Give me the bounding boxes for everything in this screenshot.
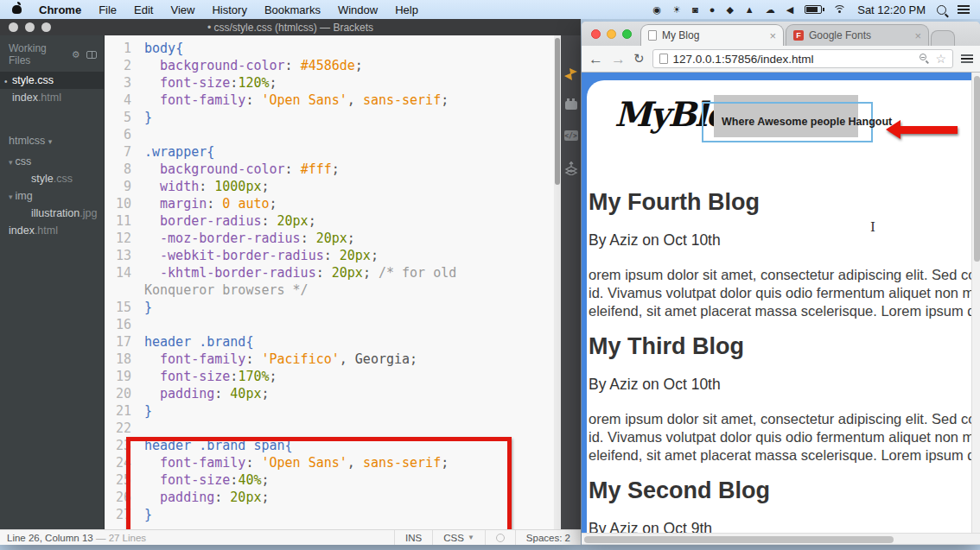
working-file-style.css[interactable]: •style.css bbox=[0, 72, 104, 89]
code-line[interactable]: 10 margin: 0 auto; bbox=[105, 195, 554, 212]
bell-icon[interactable]: ● bbox=[710, 4, 716, 16]
back-button[interactable]: ← bbox=[589, 52, 603, 66]
code-text: -webkit-border-radius: 20px; bbox=[144, 247, 379, 264]
spaces-indicator[interactable]: Spaces: 2 bbox=[515, 530, 581, 545]
tab-my-blog[interactable]: My Blog × bbox=[640, 24, 784, 46]
zoom-out-icon[interactable] bbox=[920, 54, 930, 64]
code-line[interactable]: 16 bbox=[105, 316, 554, 333]
working-file-index.html[interactable]: index.html bbox=[0, 89, 104, 106]
code-line[interactable]: 9 width: 1000px; bbox=[105, 178, 554, 195]
forward-button[interactable]: → bbox=[611, 52, 626, 66]
vertical-scrollbar[interactable] bbox=[971, 73, 980, 533]
line-number: 20 bbox=[105, 385, 144, 402]
menubar-item-chrome[interactable]: Chrome bbox=[30, 2, 90, 18]
line-number: 21 bbox=[105, 402, 144, 420]
code-line[interactable]: 21} bbox=[105, 402, 554, 420]
split-view-icon[interactable] bbox=[86, 51, 97, 59]
wifi-icon[interactable] bbox=[833, 5, 846, 15]
code-line[interactable]: 18 font-family: 'Pacifico', Georgia; bbox=[105, 351, 554, 368]
creative-cloud-icon[interactable]: ☁ bbox=[766, 4, 775, 16]
project-dropdown[interactable]: htmlcss ▾ bbox=[0, 129, 104, 153]
menubar-item-file[interactable]: File bbox=[90, 2, 125, 18]
code-line[interactable]: 1body{ bbox=[105, 40, 554, 57]
line-number: 8 bbox=[105, 161, 144, 178]
vertical-scrollbar-thumb[interactable] bbox=[974, 76, 980, 262]
live-preview-icon[interactable] bbox=[564, 68, 577, 80]
minimize-button[interactable] bbox=[607, 29, 616, 39]
menubar-item-bookmarks[interactable]: Bookmarks bbox=[256, 2, 329, 18]
menubar-item-help[interactable]: Help bbox=[386, 2, 427, 18]
code-line[interactable]: 12 -moz-border-radius: 20px; bbox=[105, 230, 554, 247]
bookmark-star-icon[interactable]: ☆ bbox=[935, 52, 946, 66]
chrome-menu-icon[interactable] bbox=[961, 54, 973, 63]
code-line[interactable]: 7.wrapper{ bbox=[105, 143, 554, 161]
blog-post: My Fourth BlogBy Aziz on Oct 10thorem ip… bbox=[589, 188, 980, 320]
url-text[interactable]: 127.0.0.1:57856/index.html bbox=[673, 53, 915, 66]
extension-manager-icon[interactable] bbox=[565, 101, 577, 110]
code-line[interactable]: 11 border-radius: 20px; bbox=[105, 212, 554, 230]
code-text: -moz-border-radius: 20px; bbox=[144, 230, 355, 247]
code-line[interactable]: 15} bbox=[105, 299, 554, 316]
code-line[interactable]: 3 font-size:120%; bbox=[105, 74, 554, 92]
code-line[interactable]: 13 -webkit-border-radius: 20px; bbox=[105, 247, 554, 264]
menubar-item-edit[interactable]: Edit bbox=[125, 2, 162, 18]
tree-file-style.css[interactable]: style.css bbox=[0, 170, 104, 187]
apple-icon[interactable] bbox=[12, 3, 22, 16]
horizontal-scrollbar[interactable] bbox=[582, 533, 980, 544]
code-line[interactable]: 19 font-size:170%; bbox=[105, 368, 554, 385]
code-line[interactable]: 20 padding: 40px; bbox=[105, 385, 554, 402]
editor-scrollbar-thumb[interactable] bbox=[555, 38, 560, 185]
snowflake-icon[interactable]: ☀ bbox=[672, 4, 681, 16]
brackets-titlebar[interactable]: • css/style.css (htmlcss) — Brackets bbox=[0, 19, 581, 35]
post-byline: By Aziz on Oct 10th bbox=[589, 376, 980, 394]
layers-icon[interactable] bbox=[564, 161, 578, 175]
tree-folder-img[interactable]: ▾img bbox=[0, 187, 104, 205]
gear-icon[interactable]: ⚙ bbox=[72, 49, 80, 60]
dropbox-icon[interactable]: ◆ bbox=[726, 4, 733, 16]
text-cursor-icon: I bbox=[870, 219, 875, 235]
language-selector[interactable]: CSS▼ bbox=[432, 530, 485, 545]
code-text: width: 1000px; bbox=[144, 178, 270, 195]
tree-folder-css[interactable]: ▾css bbox=[0, 153, 104, 170]
code-line[interactable]: 17header .brand{ bbox=[105, 333, 554, 351]
volume-icon[interactable]: ◀ bbox=[786, 4, 793, 16]
reload-button[interactable]: ↻ bbox=[633, 51, 645, 66]
close-icon[interactable]: × bbox=[769, 29, 776, 42]
code-line[interactable]: 6 bbox=[105, 126, 554, 143]
code-line[interactable]: 5} bbox=[105, 109, 554, 126]
menubar-item-view[interactable]: View bbox=[162, 2, 203, 18]
code-editor[interactable]: 1body{2 background-color: #4586de;3 font… bbox=[104, 35, 561, 529]
code-line[interactable]: 22 bbox=[105, 420, 554, 437]
code-line[interactable]: 8 background-color: #fff; bbox=[105, 161, 554, 178]
menubar-item-window[interactable]: Window bbox=[329, 2, 386, 18]
code-line[interactable]: 2 background-color: #4586de; bbox=[105, 57, 554, 74]
menubar-clock[interactable]: Sat 12:20 PM bbox=[857, 3, 926, 16]
editor-scrollbar[interactable] bbox=[554, 35, 561, 529]
line-count: — 27 Lines bbox=[96, 533, 146, 543]
zoom-button[interactable] bbox=[622, 29, 632, 39]
close-icon[interactable]: × bbox=[914, 29, 921, 42]
code-tag-icon[interactable]: </> bbox=[564, 130, 578, 141]
close-button[interactable] bbox=[591, 29, 601, 39]
horizontal-scrollbar-thumb[interactable] bbox=[584, 536, 894, 543]
shield-check-icon[interactable]: ◙ bbox=[692, 4, 698, 16]
page-viewport[interactable]: MyBlog Where Awesome people Hangout My F… bbox=[582, 73, 980, 544]
spotlight-search-icon[interactable] bbox=[937, 5, 946, 15]
screen-record-icon[interactable]: ◉ bbox=[653, 4, 662, 16]
insert-mode-indicator[interactable]: INS bbox=[394, 530, 432, 545]
tab-bar[interactable]: My Blog × F Google Fonts × bbox=[582, 22, 980, 46]
code-line[interactable]: 14 -khtml-border-radius: 20px; /* for ol… bbox=[105, 264, 554, 281]
google-drive-icon[interactable]: ▲ bbox=[745, 4, 754, 16]
tree-file-index.html[interactable]: index.html bbox=[0, 222, 104, 239]
tree-file-illustration.jpg[interactable]: illustration.jpg bbox=[0, 205, 104, 222]
code-line[interactable]: 4 font-family: 'Open Sans', sans-serif; bbox=[105, 92, 554, 109]
notification-center-icon[interactable] bbox=[958, 5, 970, 14]
battery-icon[interactable] bbox=[805, 5, 822, 14]
lint-status[interactable] bbox=[485, 530, 515, 545]
tab-google-fonts[interactable]: F Google Fonts × bbox=[786, 24, 929, 46]
chevron-down-icon: ▼ bbox=[468, 534, 474, 541]
address-bar[interactable]: 127.0.0.1:57856/index.html ☆ bbox=[652, 49, 953, 68]
code-line[interactable]: Konqueror browsers */ bbox=[105, 281, 554, 299]
menubar-item-history[interactable]: History bbox=[203, 2, 255, 18]
new-tab-button[interactable] bbox=[931, 30, 955, 46]
